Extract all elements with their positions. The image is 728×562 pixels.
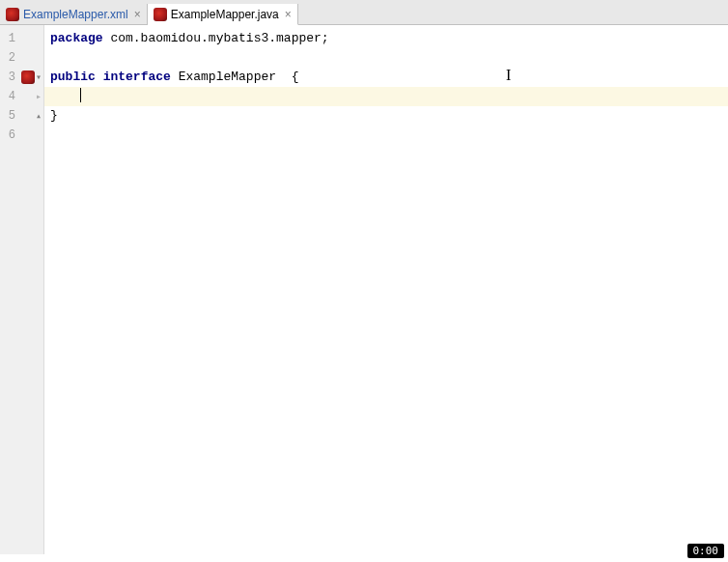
mybatis-mapper-icon[interactable]	[21, 70, 35, 84]
line-number: 5	[6, 109, 15, 123]
close-icon[interactable]: ×	[285, 9, 292, 20]
package-path: com.baomidou.mybatis3.mapper;	[103, 31, 329, 45]
tab-label: ExampleMapper.java	[171, 8, 279, 21]
timer-value: 0:00	[693, 545, 719, 557]
gutter-line[interactable]: 6	[0, 126, 43, 145]
gutter[interactable]: 1 2 3 ▾ 4 ▸ 5 ▴ 6	[0, 25, 44, 554]
code-line-current[interactable]	[44, 87, 728, 106]
close-icon[interactable]: ×	[134, 9, 141, 20]
code-line[interactable]	[44, 126, 728, 145]
text-caret	[80, 88, 81, 102]
editor-tab-bar: ExampleMapper.xml × ExampleMapper.java ×	[0, 4, 728, 25]
keyword-public: public	[50, 70, 96, 84]
mybatis-file-icon	[154, 8, 167, 21]
closing-brace: }	[50, 108, 58, 123]
gutter-line[interactable]: 3 ▾	[0, 68, 43, 87]
mybatis-file-icon	[6, 8, 19, 21]
gutter-line[interactable]: 2	[0, 48, 43, 68]
code-line[interactable]: }	[44, 106, 728, 126]
gutter-line[interactable]: 4 ▸	[0, 87, 43, 106]
line-number: 2	[6, 51, 15, 65]
keyword-package: package	[50, 31, 103, 45]
status-timer[interactable]: 0:00	[687, 544, 725, 558]
line-number: 3	[6, 70, 15, 84]
code-line[interactable]	[44, 48, 728, 68]
code-editor[interactable]: package com.baomidou.mybatis3.mapper; pu…	[44, 25, 728, 554]
tab-label: ExampleMapper.xml	[23, 8, 128, 21]
gutter-line[interactable]: 5 ▴	[0, 106, 43, 126]
class-declaration: ExampleMapper {	[171, 70, 299, 84]
keyword-interface: interface	[103, 70, 171, 84]
editor-area: 1 2 3 ▾ 4 ▸ 5 ▴ 6 package com.baomidou.m…	[0, 25, 728, 554]
code-line[interactable]: public interface ExampleMapper {	[44, 68, 728, 87]
gutter-line[interactable]: 1	[0, 29, 43, 48]
line-number: 1	[6, 32, 15, 45]
line-number: 6	[6, 128, 15, 142]
fold-end-icon[interactable]: ▴	[36, 110, 42, 122]
fold-expand-icon[interactable]: ▾	[36, 71, 42, 83]
line-number: 4	[6, 90, 15, 103]
fold-collapse-icon[interactable]: ▸	[36, 91, 42, 102]
code-line[interactable]: package com.baomidou.mybatis3.mapper;	[44, 29, 728, 48]
tab-example-mapper-xml[interactable]: ExampleMapper.xml ×	[0, 4, 148, 24]
tab-example-mapper-java[interactable]: ExampleMapper.java ×	[148, 4, 298, 25]
